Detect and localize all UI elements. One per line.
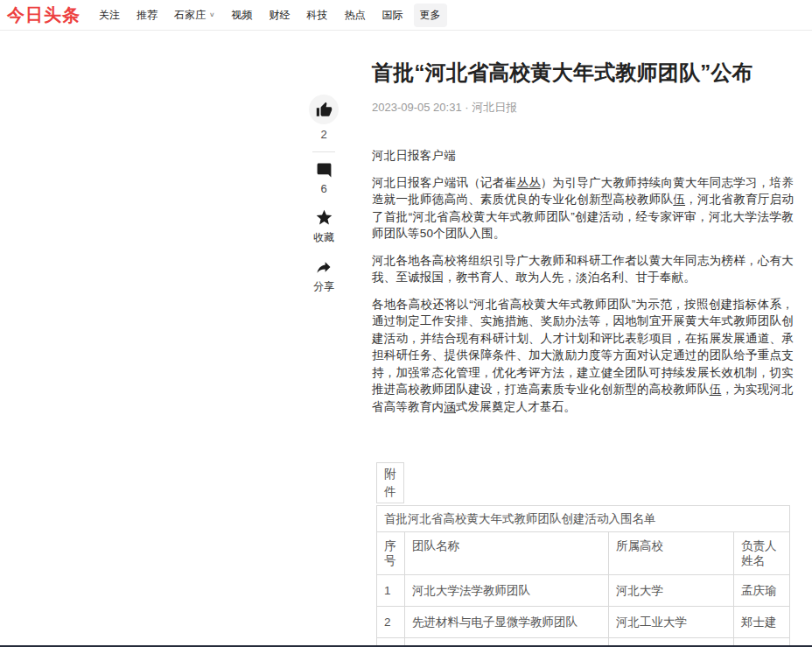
like-button[interactable] — [309, 95, 339, 124]
rail-divider — [312, 151, 335, 152]
nav-item-hot[interactable]: 热点 — [339, 4, 372, 27]
page-title: 首批“河北省高校黄大年式教师团队”公布 — [372, 58, 794, 88]
table-header-row: 序号团队名称所属高校负责人姓名 — [377, 532, 790, 575]
article-body: 河北日报客户端河北日报客户端讯（记者崔丛丛）为引导广大教师持续向黄大年同志学习，… — [372, 147, 794, 415]
table-caption-row: 首批河北省高校黄大年式教师团队创建活动入围名单 — [377, 506, 790, 532]
table-cell: 2 — [377, 607, 405, 638]
comment-icon — [316, 162, 332, 179]
table-cell: 河北大学法学教师团队 — [405, 575, 609, 607]
table-cell: 郑士建 — [734, 607, 790, 638]
table-row: 1河北大学法学教师团队河北大学孟庆瑜 — [377, 575, 790, 607]
attachment-table: 首批河北省高校黄大年式教师团队创建活动入围名单 序号团队名称所属高校负责人姓名 … — [376, 505, 790, 647]
article-paragraph: 河北各地各高校将组织引导广大教师和科研工作者以黄大年同志为榜样，心有大我、至诚报… — [372, 252, 794, 286]
table-caption: 首批河北省高校黄大年式教师团队创建活动入围名单 — [377, 506, 790, 532]
share-button[interactable]: 分享 — [313, 258, 334, 294]
like-count: 2 — [320, 128, 326, 141]
nav-item-video[interactable]: 视频 — [226, 4, 259, 27]
chevron-down-icon: ∨ — [209, 11, 215, 18]
table-cell: 孟庆瑜 — [734, 575, 790, 607]
nav-item-finance[interactable]: 财经 — [263, 4, 297, 27]
thumbs-up-icon — [316, 102, 332, 118]
action-rail: 2 6 收藏 分享 — [306, 95, 341, 294]
nav-item-shijiazhuang[interactable]: 石家庄∨ — [168, 4, 221, 27]
attachment-section: 附件 首批河北省高校黄大年式教师团队创建活动入围名单 序号团队名称所属高校负责人… — [376, 462, 794, 647]
article-meta: 2023-09-05 20:31 · 河北日报 — [372, 100, 794, 115]
table-header-cell: 团队名称 — [405, 532, 609, 575]
favorite-button[interactable]: 收藏 — [313, 208, 334, 245]
article-paragraph: 河北日报客户端 — [372, 147, 794, 165]
table-cell: 1 — [377, 575, 405, 607]
table-cell: 河北大学 — [609, 575, 734, 607]
comment-count: 6 — [320, 182, 326, 195]
nav-item-tech[interactable]: 科技 — [301, 4, 334, 27]
table-header-cell: 负责人姓名 — [734, 532, 790, 575]
favorite-label: 收藏 — [313, 230, 334, 245]
table-header-cell: 序号 — [377, 532, 405, 575]
nav-item-recommend[interactable]: 推荐 — [130, 4, 164, 27]
attachment-label: 附件 — [376, 462, 404, 503]
table-header-cell: 所属高校 — [609, 532, 734, 575]
star-icon — [315, 208, 333, 227]
article-paragraph: 河北日报客户端讯（记者崔丛丛）为引导广大教师持续向黄大年同志学习，培养造就一批师… — [372, 174, 794, 243]
nav-item-follow[interactable]: 关注 — [93, 4, 126, 27]
toutiao-logo[interactable]: 今日头条 — [7, 4, 80, 27]
article: 首批“河北省高校黄大年式教师团队”公布 2023-09-05 20:31 · 河… — [372, 0, 794, 647]
share-icon — [315, 258, 332, 276]
share-label: 分享 — [313, 279, 334, 294]
table-cell: 先进材料与电子显微学教师团队 — [405, 607, 609, 638]
comment-button[interactable]: 6 — [316, 162, 332, 195]
table-row: 2先进材料与电子显微学教师团队河北工业大学郑士建 — [377, 607, 790, 638]
article-paragraph: 各地各高校还将以“河北省高校黄大年式教师团队”为示范，按照创建指标体系，通过制定… — [372, 296, 794, 416]
table-cell: 河北工业大学 — [609, 607, 734, 638]
